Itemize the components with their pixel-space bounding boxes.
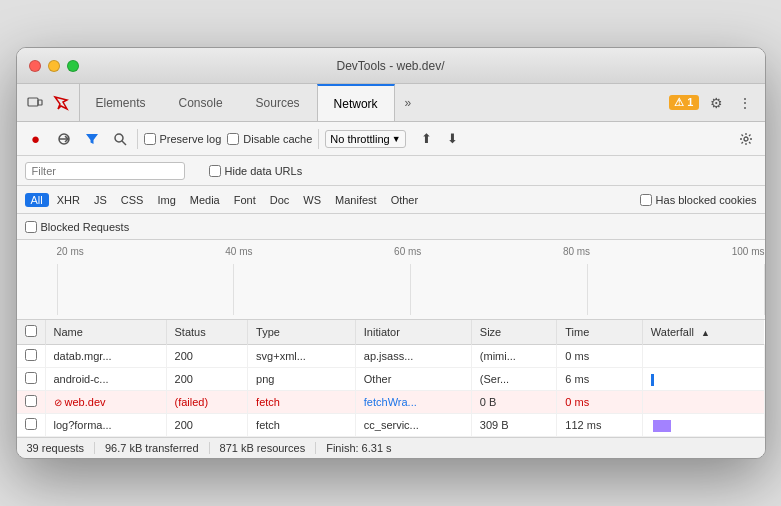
preserve-log-input[interactable] — [144, 133, 156, 145]
type-filter-bar: All XHR JS CSS Img Media Font Doc WS Man… — [17, 186, 765, 214]
row-waterfall — [642, 368, 764, 391]
has-blocked-cookies-checkbox[interactable]: Has blocked cookies — [640, 194, 757, 206]
tab-network[interactable]: Network — [317, 84, 395, 121]
row-size: 0 B — [471, 391, 556, 414]
row-status: 200 — [166, 345, 248, 368]
device-toolbar-icon[interactable] — [25, 93, 45, 113]
warning-badge[interactable]: ⚠ 1 — [669, 95, 698, 110]
tab-more[interactable]: » — [395, 84, 422, 121]
filter-font[interactable]: Font — [228, 193, 262, 207]
filter-ws[interactable]: WS — [297, 193, 327, 207]
disable-cache-checkbox[interactable]: Disable cache — [227, 133, 312, 145]
table-row[interactable]: ⊘ web.dev (failed) fetch fetchWra... 0 B… — [17, 391, 765, 414]
upload-download-icons: ⬆ ⬇ — [416, 128, 464, 150]
col-waterfall[interactable]: Waterfall ▲ — [642, 320, 764, 345]
blocked-bar: Blocked Requests — [17, 214, 765, 240]
col-time[interactable]: Time — [557, 320, 643, 345]
svg-rect-0 — [28, 98, 38, 106]
table-row[interactable]: log?forma... 200 fetch cc_servic... 309 … — [17, 414, 765, 437]
filter-js[interactable]: JS — [88, 193, 113, 207]
row-name: datab.mgr... — [45, 345, 166, 368]
upload-icon[interactable]: ⬆ — [416, 128, 438, 150]
filter-manifest[interactable]: Manifest — [329, 193, 383, 207]
svg-point-4 — [115, 134, 123, 142]
row-time: 0 ms — [557, 391, 643, 414]
status-finish: Finish: 6.31 s — [316, 442, 401, 454]
row-name: android-c... — [45, 368, 166, 391]
col-status[interactable]: Status — [166, 320, 248, 345]
tab-bar: Elements Console Sources Network » ⚠ 1 ⚙ — [17, 84, 765, 122]
row-time: 6 ms — [557, 368, 643, 391]
filter-xhr[interactable]: XHR — [51, 193, 86, 207]
row-status: (failed) — [166, 391, 248, 414]
waterfall-grid: 20 ms 40 ms 60 ms 80 ms 100 ms — [57, 244, 765, 315]
row-type: fetch — [248, 391, 356, 414]
hide-data-urls-input[interactable] — [209, 165, 221, 177]
table-row[interactable]: datab.mgr... 200 svg+xml... ap.jsass... … — [17, 345, 765, 368]
download-icon[interactable]: ⬇ — [442, 128, 464, 150]
clear-button[interactable] — [53, 128, 75, 150]
waterfall-line-5 — [764, 264, 765, 315]
more-menu-icon[interactable]: ⋮ — [735, 93, 755, 113]
waterfall-labels: 20 ms 40 ms 60 ms 80 ms 100 ms — [57, 244, 765, 257]
status-requests: 39 requests — [27, 442, 95, 454]
close-button[interactable] — [29, 60, 41, 72]
row-time: 0 ms — [557, 345, 643, 368]
col-checkbox — [17, 320, 46, 345]
tab-console[interactable]: Console — [163, 84, 240, 121]
col-initiator[interactable]: Initiator — [355, 320, 471, 345]
filter-doc[interactable]: Doc — [264, 193, 296, 207]
row-waterfall — [642, 345, 764, 368]
settings-icon[interactable]: ⚙ — [707, 93, 727, 113]
filter-icon[interactable] — [81, 128, 103, 150]
type-filter-right: Has blocked cookies — [640, 194, 757, 206]
filter-css[interactable]: CSS — [115, 193, 150, 207]
waterfall-label-20ms: 20 ms — [57, 246, 84, 257]
tab-bar-right: ⚠ 1 ⚙ ⋮ — [659, 84, 764, 121]
record-button[interactable]: ● — [25, 128, 47, 150]
tab-bar-icons — [17, 84, 80, 121]
network-toolbar: ● Prese — [17, 122, 765, 156]
svg-line-5 — [122, 141, 126, 145]
toolbar-separator — [137, 129, 138, 149]
row-initiator: ap.jsass... — [355, 345, 471, 368]
row-checkbox — [17, 414, 46, 437]
tabs: Elements Console Sources Network » — [80, 84, 660, 121]
filter-img[interactable]: Img — [151, 193, 181, 207]
filter-other[interactable]: Other — [385, 193, 425, 207]
maximize-button[interactable] — [67, 60, 79, 72]
error-icon: ⊘ — [54, 397, 62, 408]
preserve-log-checkbox[interactable]: Preserve log — [144, 133, 222, 145]
has-blocked-cookies-input[interactable] — [640, 194, 652, 206]
row-time: 112 ms — [557, 414, 643, 437]
col-name[interactable]: Name — [45, 320, 166, 345]
row-status: 200 — [166, 414, 248, 437]
filter-input[interactable] — [25, 162, 185, 180]
table-row[interactable]: android-c... 200 png Other (Ser... 6 ms — [17, 368, 765, 391]
tab-sources[interactable]: Sources — [240, 84, 317, 121]
col-type[interactable]: Type — [248, 320, 356, 345]
inspect-icon[interactable] — [51, 93, 71, 113]
filter-all[interactable]: All — [25, 193, 49, 207]
waterfall-label-80ms: 80 ms — [563, 246, 590, 257]
filter-media[interactable]: Media — [184, 193, 226, 207]
minimize-button[interactable] — [48, 60, 60, 72]
waterfall-line-4 — [587, 264, 588, 315]
title-bar: DevTools - web.dev/ — [17, 48, 765, 84]
status-resources: 871 kB resources — [210, 442, 317, 454]
row-name: ⊘ web.dev — [45, 391, 166, 414]
row-checkbox — [17, 345, 46, 368]
row-initiator: fetchWra... — [355, 391, 471, 414]
hide-data-urls-checkbox[interactable]: Hide data URLs — [209, 165, 303, 177]
blocked-requests-input[interactable] — [25, 221, 37, 233]
row-type: png — [248, 368, 356, 391]
tab-elements[interactable]: Elements — [80, 84, 163, 121]
col-size[interactable]: Size — [471, 320, 556, 345]
disable-cache-input[interactable] — [227, 133, 239, 145]
svg-rect-1 — [38, 100, 42, 105]
blocked-requests-checkbox[interactable]: Blocked Requests — [25, 221, 130, 233]
row-size: (Ser... — [471, 368, 556, 391]
search-icon[interactable] — [109, 128, 131, 150]
throttle-select[interactable]: No throttling ▼ — [325, 130, 405, 148]
network-settings-icon[interactable] — [735, 128, 757, 150]
